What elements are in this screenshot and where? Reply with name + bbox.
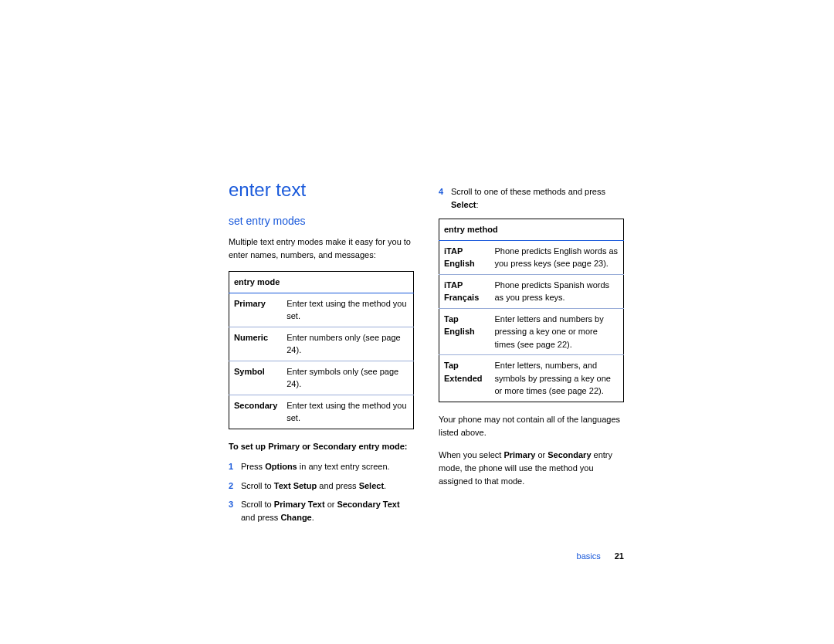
method-desc: Phone predicts Spanish words as you pres… — [490, 274, 624, 308]
heading-enter-text: enter text — [229, 176, 414, 204]
mode-desc: Enter text using the method you set. — [282, 293, 413, 327]
method-name: iTAP English — [439, 240, 490, 274]
heading-set-entry-modes: set entry modes — [229, 213, 414, 229]
method-desc: Phone predicts English words as you pres… — [490, 240, 624, 274]
intro-text: Multiple text entry modes make it easy f… — [229, 236, 414, 262]
step-1: Press Options in any text entry screen. — [229, 460, 414, 473]
left-column: enter text set entry modes Multiple text… — [229, 176, 414, 530]
method-desc: Enter letters, numbers, and symbols by p… — [490, 355, 624, 402]
table-row: Symbol Enter symbols only (see page 24). — [229, 361, 414, 395]
mode-name: Numeric — [229, 327, 283, 361]
mode-desc: Enter symbols only (see page 24). — [282, 361, 413, 395]
setup-steps: Press Options in any text entry screen. … — [229, 460, 414, 524]
entry-method-table: entry method iTAP English Phone predicts… — [439, 219, 624, 402]
setup-subhead: To set up Primary or Secondary entry mod… — [229, 440, 414, 453]
step-3: Scroll to Primary Text or Secondary Text… — [229, 498, 414, 524]
mode-name: Secondary — [229, 395, 283, 429]
mode-name: Primary — [229, 293, 283, 327]
mode-name: Symbol — [229, 361, 283, 395]
mode-desc: Enter numbers only (see page 24). — [282, 327, 413, 361]
entry-method-header: entry method — [439, 219, 624, 241]
table-row: Secondary Enter text using the method yo… — [229, 395, 414, 429]
footer-section: basics — [577, 551, 601, 561]
method-name: iTAP Français — [439, 274, 490, 308]
footer-page-number: 21 — [615, 551, 624, 561]
mode-desc: Enter text using the method you set. — [282, 395, 413, 429]
table-row: Numeric Enter numbers only (see page 24)… — [229, 327, 414, 361]
step-2: Scroll to Text Setup and press Select. — [229, 480, 414, 493]
manual-page: enter text set entry modes Multiple text… — [229, 176, 624, 530]
page-footer: basics21 — [577, 550, 624, 563]
table-row: Primary Enter text using the method you … — [229, 293, 414, 327]
method-name: Tap English — [439, 308, 490, 355]
table-row: iTAP Français Phone predicts Spanish wor… — [439, 274, 624, 308]
step-4: Scroll to one of these methods and press… — [439, 185, 624, 211]
table-row: iTAP English Phone predicts English word… — [439, 240, 624, 274]
right-column: Scroll to one of these methods and press… — [439, 176, 624, 530]
entry-mode-table: entry mode Primary Enter text using the … — [229, 271, 414, 429]
entry-mode-header: entry mode — [229, 272, 414, 293]
table-row: Tap Extended Enter letters, numbers, and… — [439, 355, 624, 402]
mode-note: When you select Primary or Secondary ent… — [439, 449, 624, 488]
table-row: Tap English Enter letters and numbers by… — [439, 308, 624, 355]
method-name: Tap Extended — [439, 355, 490, 402]
language-note: Your phone may not contain all of the la… — [439, 413, 624, 439]
method-desc: Enter letters and numbers by pressing a … — [490, 308, 624, 355]
